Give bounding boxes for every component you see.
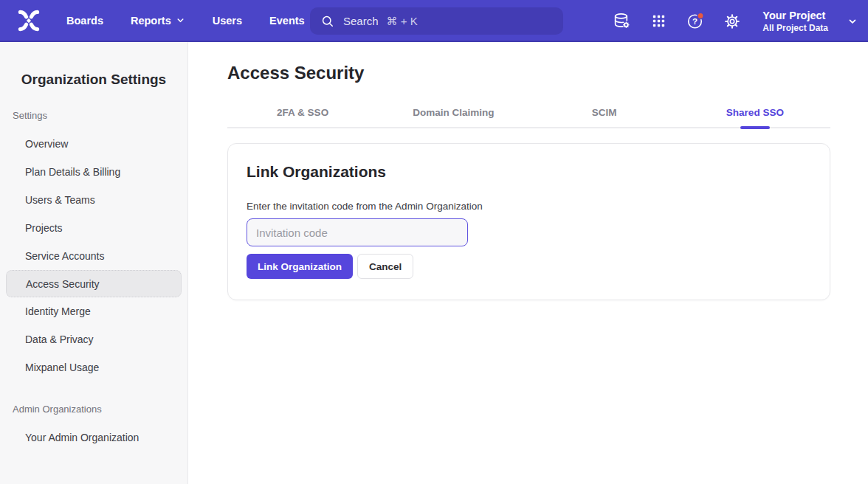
page-title: Access Security (227, 62, 868, 83)
project-data-scope: All Project Data (762, 23, 828, 34)
nav-users[interactable]: Users (213, 15, 242, 27)
sidebar-item-plan-details-billing[interactable]: Plan Details & Billing (0, 158, 187, 186)
sidebar-section-admin-organizations: Admin Organizations (13, 404, 187, 415)
card-title: Link Organizations (247, 163, 811, 181)
org-settings-sidebar: Organization Settings Settings Overview … (0, 42, 188, 484)
main-content: Access Security 2FA & SSO Domain Claimin… (189, 42, 868, 484)
nav-reports-label: Reports (131, 15, 171, 27)
main-nav: Boards Reports Users Events (66, 15, 305, 27)
apps-grid-icon[interactable] (649, 12, 668, 31)
link-organizations-card: Link Organizations Enter the invitation … (227, 143, 830, 300)
sidebar-section-settings: Settings (13, 110, 187, 121)
invitation-code-label: Enter the invitation code from the Admin… (247, 201, 811, 212)
card-actions: Link Organization Cancel (247, 254, 811, 279)
project-selector[interactable]: Your Project All Project Data (762, 9, 828, 34)
sidebar-item-data-privacy[interactable]: Data & Privacy (0, 325, 187, 353)
link-organization-button[interactable]: Link Organization (247, 254, 353, 279)
help-icon[interactable]: ? (686, 12, 705, 31)
chevron-down-icon[interactable] (847, 16, 858, 27)
tab-shared-sso[interactable]: Shared SSO (680, 103, 830, 127)
sidebar-item-overview[interactable]: Overview (0, 130, 187, 158)
mixpanel-logo[interactable] (13, 8, 44, 33)
tab-domain-claiming[interactable]: Domain Claiming (378, 103, 528, 127)
search-input[interactable]: Search ⌘ + K (310, 7, 563, 35)
sidebar-item-projects[interactable]: Projects (0, 214, 187, 242)
notification-dot (698, 13, 703, 18)
tab-2fa-sso[interactable]: 2FA & SSO (227, 103, 378, 127)
search-icon (320, 14, 335, 29)
sidebar-item-mixpanel-usage[interactable]: Mixpanel Usage (0, 353, 187, 381)
navbar-right: ? Your Project All Project Data (612, 0, 858, 42)
access-security-tabs: 2FA & SSO Domain Claiming SCIM Shared SS… (227, 103, 830, 128)
active-tab-indicator (740, 126, 770, 129)
sidebar-item-your-admin-organization[interactable]: Your Admin Organization (0, 424, 187, 452)
question-mark-glyph: ? (692, 17, 698, 26)
sidebar-item-service-accounts[interactable]: Service Accounts (0, 242, 187, 270)
sidebar-item-users-teams[interactable]: Users & Teams (0, 186, 187, 214)
project-name: Your Project (762, 9, 828, 23)
nav-reports[interactable]: Reports (131, 15, 185, 27)
data-management-icon[interactable] (612, 12, 631, 31)
nav-events[interactable]: Events (269, 15, 305, 27)
settings-gear-icon[interactable] (723, 12, 742, 31)
tab-scim[interactable]: SCIM (529, 103, 680, 127)
nav-boards[interactable]: Boards (66, 15, 103, 27)
tab-shared-sso-label: Shared SSO (726, 107, 784, 118)
cancel-button[interactable]: Cancel (357, 254, 413, 279)
search-placeholder: Search (343, 15, 379, 27)
top-navbar: Boards Reports Users Events Search ⌘ + K (0, 0, 868, 42)
chevron-down-icon (176, 15, 185, 25)
sidebar-title: Organization Settings (0, 72, 187, 88)
sidebar-item-access-security[interactable]: Access Security (6, 270, 182, 297)
sidebar-item-identity-merge[interactable]: Identity Merge (0, 297, 187, 325)
search-shortcut: ⌘ + K (387, 15, 418, 28)
invitation-code-input[interactable] (247, 218, 468, 246)
